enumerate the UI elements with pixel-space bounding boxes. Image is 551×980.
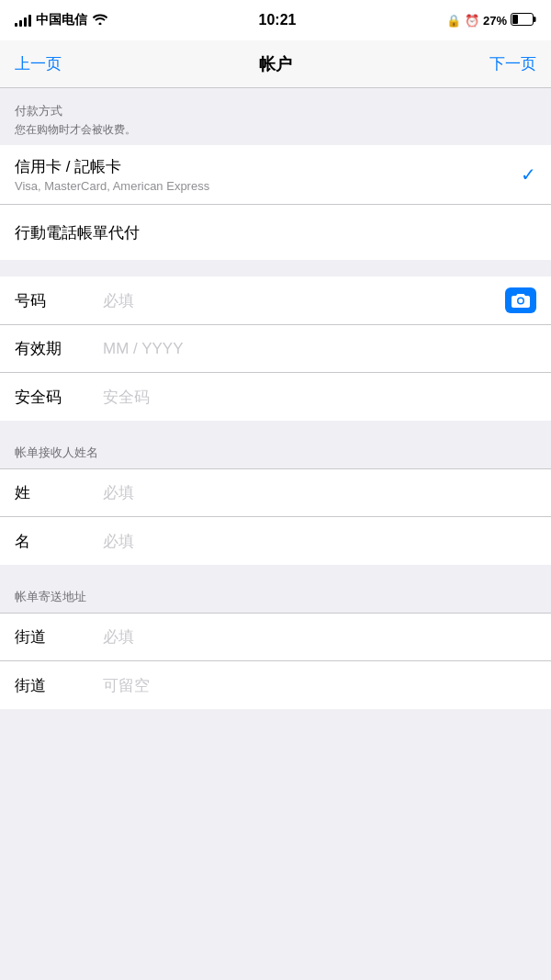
- lock-icon: 🔒: [446, 14, 461, 28]
- nav-bar: 上一页 帐户 下一页: [0, 40, 551, 88]
- last-name-row[interactable]: 姓 必填: [0, 469, 551, 517]
- forward-button[interactable]: 下一页: [489, 53, 536, 74]
- expiry-value[interactable]: MM / YYYY: [103, 340, 536, 358]
- last-name-label: 姓: [15, 482, 88, 503]
- last-name-value[interactable]: 必填: [103, 482, 536, 503]
- page-title: 帐户: [259, 53, 292, 75]
- street-row-1[interactable]: 街道 必填: [0, 614, 551, 661]
- credit-card-title: 信用卡 / 記帳卡: [15, 156, 536, 177]
- payment-methods-group: 信用卡 / 記帳卡 Visa, MasterCard, American Exp…: [0, 145, 551, 260]
- first-name-row[interactable]: 名 必填: [0, 517, 551, 565]
- security-code-row[interactable]: 安全码 安全码: [0, 373, 551, 421]
- payment-header-title: 付款方式: [15, 103, 536, 119]
- payment-header-subtitle: 您在购物时才会被收费。: [15, 122, 536, 138]
- expiry-label: 有效期: [15, 338, 88, 359]
- svg-rect-1: [533, 17, 535, 22]
- street-row-2[interactable]: 街道 可留空: [0, 661, 551, 709]
- back-button[interactable]: 上一页: [15, 53, 62, 74]
- mobile-payment-row[interactable]: 行動電話帳單代付: [0, 205, 551, 260]
- billing-address-group: 街道 必填 街道 可留空: [0, 614, 551, 709]
- group-separator-2: [0, 421, 551, 437]
- street-label-2: 街道: [15, 675, 88, 696]
- alarm-icon: ⏰: [465, 14, 479, 28]
- billing-name-section-label: 帐单接收人姓名: [0, 437, 551, 469]
- credit-card-subtitle: Visa, MasterCard, American Express: [15, 179, 536, 193]
- expiry-row[interactable]: 有效期 MM / YYYY: [0, 325, 551, 373]
- group-separator-3: [0, 565, 551, 581]
- carrier-label: 中国电信: [36, 12, 87, 28]
- status-left: 中国电信: [15, 12, 108, 28]
- card-number-label: 号码: [15, 290, 88, 311]
- card-fields-group: 号码 必填 有效期 MM / YYYY 安全码 安全码: [0, 276, 551, 421]
- battery-icon: [511, 13, 536, 28]
- signal-bars-icon: [15, 15, 31, 27]
- status-time: 10:21: [259, 12, 297, 28]
- status-bar: 中国电信 10:21 🔒 ⏰ 27%: [0, 0, 551, 40]
- billing-address-section-label: 帐单寄送地址: [0, 581, 551, 614]
- security-code-value[interactable]: 安全码: [103, 387, 536, 408]
- status-right: 🔒 ⏰ 27%: [446, 13, 536, 28]
- group-separator-1: [0, 260, 551, 276]
- billing-name-group: 姓 必填 名 必填: [0, 469, 551, 565]
- camera-button[interactable]: [505, 287, 536, 313]
- battery-label: 27%: [483, 14, 507, 28]
- payment-section-header: 付款方式 您在购物时才会被收费。: [0, 88, 551, 145]
- svg-rect-2: [512, 15, 518, 24]
- security-code-label: 安全码: [15, 387, 88, 408]
- street-value-1[interactable]: 必填: [103, 626, 536, 648]
- street-label-1: 街道: [15, 626, 88, 648]
- card-number-value[interactable]: 必填: [103, 290, 505, 311]
- first-name-label: 名: [15, 531, 88, 552]
- credit-card-row[interactable]: 信用卡 / 記帳卡 Visa, MasterCard, American Exp…: [0, 145, 551, 205]
- mobile-payment-title: 行動電話帳單代付: [15, 222, 536, 243]
- wifi-icon: [92, 13, 108, 28]
- camera-accessory: [505, 287, 536, 313]
- credit-card-checkmark: ✓: [521, 163, 536, 186]
- first-name-value[interactable]: 必填: [103, 531, 536, 552]
- street-value-2[interactable]: 可留空: [103, 675, 536, 696]
- card-number-row[interactable]: 号码 必填: [0, 276, 551, 325]
- camera-icon: [512, 293, 530, 308]
